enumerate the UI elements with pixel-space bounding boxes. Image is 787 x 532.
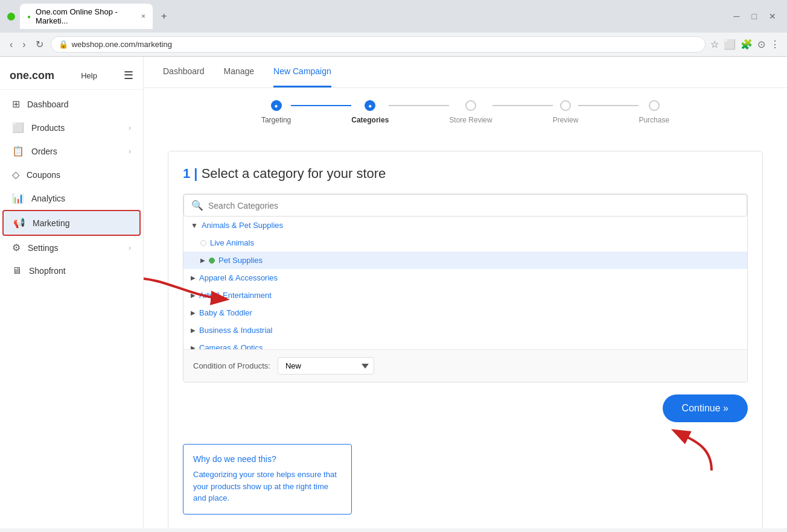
expand-icon[interactable]: ▶ bbox=[191, 327, 196, 334]
traffic-dot-green bbox=[7, 13, 15, 21]
category-item-business[interactable]: ▶ Business & Industrial bbox=[183, 321, 747, 339]
category-search-container: 🔍 ▼ Animals & Pet Supplies bbox=[183, 194, 748, 382]
lock-icon: 🔒 bbox=[59, 40, 68, 49]
step-label-store-review: Store Review bbox=[449, 116, 492, 124]
sidebar-item-label: Coupons bbox=[27, 170, 131, 180]
settings-arrow-icon: › bbox=[129, 244, 131, 252]
category-name: Business & Industrial bbox=[199, 326, 272, 335]
category-item-animals[interactable]: ▼ Animals & Pet Supplies bbox=[183, 217, 747, 234]
category-item-arts[interactable]: ▶ Arts & Entertainment bbox=[183, 287, 747, 304]
shopfront-icon: 🖥 bbox=[12, 265, 22, 276]
step-line-3 bbox=[492, 105, 553, 106]
category-name: Baby & Toddler bbox=[199, 308, 252, 317]
expand-icon[interactable]: ▶ bbox=[200, 257, 205, 264]
products-arrow-icon: › bbox=[129, 124, 131, 132]
step-circle-categories: ● bbox=[365, 100, 375, 111]
sidebar-item-products[interactable]: ⬜ Products › bbox=[2, 116, 141, 139]
category-item-baby[interactable]: ▶ Baby & Toddler bbox=[183, 304, 747, 321]
sidebar-item-dashboard[interactable]: ⊞ Dashboard bbox=[2, 92, 141, 116]
close-window-icon[interactable]: ✕ bbox=[769, 11, 776, 21]
expand-icon[interactable]: ▶ bbox=[191, 292, 196, 299]
sidebar-item-settings[interactable]: ⚙ Settings › bbox=[2, 236, 141, 259]
step-line-4 bbox=[578, 105, 639, 106]
coupons-icon: ◇ bbox=[12, 169, 19, 180]
category-name: Pet Supplies bbox=[218, 256, 263, 265]
expand-icon[interactable]: ▶ bbox=[191, 274, 196, 281]
maximize-icon[interactable]: □ bbox=[752, 11, 757, 21]
sidebar-item-marketing[interactable]: 📢 Marketing bbox=[2, 210, 141, 236]
sidebar-item-label: Orders bbox=[31, 147, 121, 156]
info-box-title: Why do we need this? bbox=[193, 454, 342, 464]
tab-close-button[interactable]: × bbox=[141, 12, 145, 21]
condition-select[interactable]: New Used Refurbished bbox=[278, 357, 374, 375]
address-bar[interactable]: 🔒 webshop.one.com/marketing bbox=[51, 36, 706, 52]
step-categories: ● Categories bbox=[351, 100, 389, 124]
forward-button[interactable]: › bbox=[20, 37, 28, 52]
browser-toolbar: ‹ › ↻ 🔒 webshop.one.com/marketing ☆ ⬜ 🧩 … bbox=[0, 33, 787, 56]
analytics-icon: 📊 bbox=[12, 192, 24, 204]
continue-button[interactable]: Continue » bbox=[663, 394, 748, 422]
profile-icon[interactable]: ⊙ bbox=[757, 39, 765, 50]
category-name: Arts & Entertainment bbox=[199, 291, 272, 300]
search-icon: 🔍 bbox=[191, 200, 203, 211]
browser-chrome: ● One.com Online Shop - Marketi... × + ─… bbox=[0, 0, 787, 57]
step-line-2 bbox=[389, 105, 449, 106]
condition-row: Condition of Products: New Used Refurbis… bbox=[183, 349, 747, 382]
step-store-review: Store Review bbox=[449, 100, 492, 124]
minimize-icon[interactable]: ─ bbox=[734, 11, 740, 21]
category-item-pet-supplies[interactable]: ▶ Pet Supplies bbox=[183, 252, 747, 269]
content-area: 1 | Select a category for your store 🔍 bbox=[144, 136, 787, 528]
step-line-1 bbox=[291, 105, 351, 106]
help-label[interactable]: Help bbox=[81, 71, 97, 80]
category-item-apparel[interactable]: ▶ Apparel & Accessories bbox=[183, 269, 747, 287]
menu-icon[interactable]: ⋮ bbox=[770, 39, 780, 50]
expand-icon[interactable]: ▶ bbox=[191, 344, 196, 349]
sidebar-item-label: Analytics bbox=[31, 194, 131, 203]
brand-logo: one.com bbox=[10, 69, 54, 82]
category-name: Live Animals bbox=[210, 238, 254, 247]
browser-titlebar: ● One.com Online Shop - Marketi... × + ─… bbox=[0, 0, 787, 33]
sidebar-item-coupons[interactable]: ◇ Coupons bbox=[2, 163, 141, 186]
tab-new-campaign[interactable]: New Campaign bbox=[273, 57, 331, 87]
step-circle-preview bbox=[560, 100, 571, 111]
app-container: one.com Help ☰ ⊞ Dashboard ⬜ Products › … bbox=[0, 57, 787, 528]
bookmark-star-icon[interactable]: ☆ bbox=[710, 39, 719, 50]
tab-nav: Dashboard Manage New Campaign bbox=[163, 57, 768, 87]
tab-manage[interactable]: Manage bbox=[224, 57, 255, 87]
step-purchase: Purchase bbox=[639, 100, 669, 124]
info-box-text: Categorizing your store helps ensure tha… bbox=[193, 469, 342, 504]
category-name: Animals & Pet Supplies bbox=[202, 221, 283, 230]
category-item-live-animals[interactable]: Live Animals bbox=[183, 234, 747, 252]
category-item-cameras[interactable]: ▶ Cameras & Optics bbox=[183, 339, 747, 349]
main-header: Dashboard Manage New Campaign bbox=[144, 57, 787, 88]
radio-dot[interactable] bbox=[200, 240, 206, 246]
expand-icon[interactable]: ▼ bbox=[191, 221, 198, 230]
refresh-button[interactable]: ↻ bbox=[33, 36, 46, 52]
radio-dot-selected[interactable] bbox=[209, 258, 215, 264]
tab-favicon: ● bbox=[27, 13, 31, 20]
sidebar-item-shopfront[interactable]: 🖥 Shopfront bbox=[2, 259, 141, 282]
marketing-icon: 📢 bbox=[13, 217, 25, 229]
new-tab-button[interactable]: + bbox=[158, 10, 170, 23]
sidebar-item-label: Shopfront bbox=[29, 266, 131, 276]
step-circle-purchase bbox=[649, 100, 660, 111]
settings-icon: ⚙ bbox=[12, 242, 21, 253]
hamburger-icon[interactable]: ☰ bbox=[124, 69, 133, 82]
step-label-purchase: Purchase bbox=[639, 116, 669, 124]
search-box: 🔍 bbox=[183, 194, 747, 217]
browser-toolbar-icons: ☆ ⬜ 🧩 ⊙ ⋮ bbox=[710, 39, 780, 50]
search-input[interactable] bbox=[208, 201, 739, 211]
back-button[interactable]: ‹ bbox=[7, 37, 15, 52]
tab-dashboard[interactable]: Dashboard bbox=[163, 57, 205, 87]
sidebar-item-orders[interactable]: 📋 Orders › bbox=[2, 139, 141, 163]
orders-arrow-icon: › bbox=[129, 147, 131, 156]
wizard-steps: ● Targeting ● Categories Store Review bbox=[144, 88, 787, 136]
sidebar: one.com Help ☰ ⊞ Dashboard ⬜ Products › … bbox=[0, 57, 144, 528]
expand-icon[interactable]: ▶ bbox=[191, 309, 196, 316]
screenshot-icon[interactable]: ⬜ bbox=[724, 39, 736, 50]
step-circle-targeting: ● bbox=[271, 100, 282, 111]
sidebar-item-analytics[interactable]: 📊 Analytics bbox=[2, 186, 141, 210]
extensions-icon[interactable]: 🧩 bbox=[741, 39, 753, 50]
section-title: 1 | Select a category for your store bbox=[183, 166, 748, 182]
browser-tab[interactable]: ● One.com Online Shop - Marketi... × bbox=[20, 4, 153, 29]
